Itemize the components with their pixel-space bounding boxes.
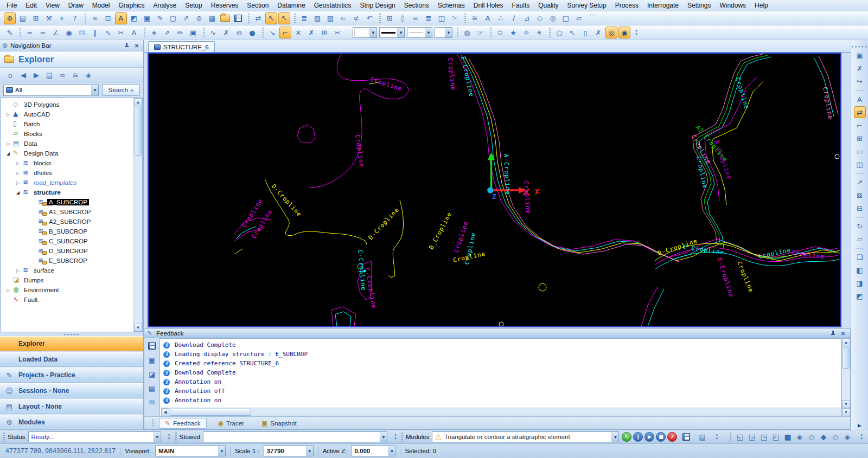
load-display-icon[interactable]: ⊡ (102, 12, 114, 24)
accordion-section[interactable]: Explorer (0, 336, 143, 351)
menu-item[interactable]: Schemas (433, 1, 469, 10)
scroll-left-icon[interactable]: ◀ (161, 408, 169, 416)
menu-item[interactable]: Graphics (114, 1, 149, 10)
tree-scrollbar[interactable]: ▲ ▼ (133, 98, 142, 332)
tree-item[interactable]: surface (1, 266, 133, 275)
feedback-tab[interactable]: ▣ Snapshot (256, 418, 303, 429)
tile-horizontal-icon[interactable]: ◧ (854, 264, 866, 276)
insert-point-icon[interactable]: ∗ (148, 27, 160, 38)
line-weight-icon[interactable]: ≣ (423, 12, 435, 24)
smooth-string-icon[interactable]: ≈ (37, 27, 49, 38)
tree-item[interactable]: × A1_SUBCROP (1, 207, 133, 217)
line-style-icon[interactable]: ≡ (410, 12, 422, 24)
feedback-message-list[interactable]: i Download Complete i Loading display st… (159, 338, 841, 416)
select-mode-icon[interactable]: ↖ (265, 12, 277, 24)
menu-item[interactable]: Geostatistics (310, 1, 356, 10)
tree-expander-icon[interactable] (16, 161, 23, 166)
feedback-tab[interactable]: ✎ Feedback (159, 418, 207, 429)
snap-line-icon[interactable]: ✕ (292, 27, 304, 38)
menu-item[interactable]: Strip Design (355, 1, 399, 10)
feedback-hscrollbar[interactable]: ◀ (161, 408, 841, 416)
menu-item[interactable]: Settings (683, 1, 715, 10)
pointer-select-icon[interactable]: ↖ (566, 27, 578, 38)
scroll-down-icon[interactable]: ▼ (134, 324, 142, 332)
copy-display-icon[interactable]: ⊞ (30, 12, 42, 24)
chevron-down-icon[interactable]: ▼ (154, 432, 161, 442)
feedback-tab[interactable]: ◉ Tracer (212, 418, 250, 429)
blank-image-icon[interactable]: ▱ (854, 233, 866, 245)
cross-point-icon[interactable]: ✗ (220, 27, 232, 38)
module-pause-icon[interactable]: ∥ (633, 432, 643, 442)
attach-data-icon[interactable]: ⊂ (337, 12, 349, 24)
view-west-icon[interactable]: ◳ (758, 431, 770, 442)
menu-item[interactable]: Draw (64, 1, 88, 10)
menu-item[interactable]: Windows (715, 1, 750, 10)
view-east-icon[interactable]: ◰ (770, 431, 782, 442)
open-image-folder-icon[interactable] (219, 12, 231, 24)
orbit-light-icon[interactable]: ◍ (461, 27, 473, 38)
view-solid-icon[interactable]: ■ (782, 431, 794, 442)
scrollbar-thumb[interactable] (135, 107, 142, 156)
toolbar-overflow-button[interactable]: ▾▾ (633, 27, 640, 38)
new-page-icon[interactable]: ▯ (579, 27, 591, 38)
toggle-vertices-icon[interactable]: ◎ (605, 27, 617, 38)
accordion-section[interactable]: ☺ Sessions - None (0, 383, 143, 398)
symbol-combo[interactable]: ▼ (435, 27, 452, 38)
detach-data-icon[interactable]: ⊄ (350, 12, 362, 24)
menu-item[interactable]: Setup (181, 1, 206, 10)
scroll-up-icon[interactable]: ▲ (842, 338, 850, 346)
datamine-overlay-icon[interactable]: ⊕ (4, 12, 16, 24)
accordion-section[interactable]: ▤ Layout - None (0, 399, 143, 414)
snap-to-image-icon[interactable]: ▣ (187, 27, 199, 38)
close-panel-icon[interactable]: ✕ (132, 42, 141, 50)
z-profile-icon[interactable]: ∿ (207, 27, 219, 38)
tree-item[interactable]: × C_SUBCROP (1, 236, 133, 246)
new-point-icon[interactable]: ✏ (174, 27, 186, 38)
copy-log-icon[interactable]: ▣ (146, 354, 157, 365)
cascade-windows-icon[interactable]: ◩ (854, 290, 866, 302)
lock-rotation-icon[interactable]: ⊘ (193, 12, 205, 24)
view-inverse-plan-icon[interactable]: ◲ (746, 431, 758, 442)
search-filter-combo[interactable]: All ▼ (3, 85, 99, 96)
toolbar-grip[interactable] (175, 433, 177, 442)
edit-display-icon[interactable]: ✎ (154, 12, 166, 24)
tree-expander-icon[interactable] (16, 190, 23, 195)
paste-special-icon[interactable]: ▨ (311, 12, 323, 24)
accordion-section[interactable]: Loaded Data (0, 352, 143, 367)
remove-point-icon[interactable]: ⊖ (233, 27, 245, 38)
scrollbar-thumb[interactable] (170, 409, 251, 416)
active-z-combo[interactable]: 0.000 ▼ (351, 446, 395, 456)
dim-spot-light-icon[interactable]: ☼ (520, 27, 532, 38)
toolbar-overflow-button[interactable]: ▾▾ (166, 431, 173, 442)
menu-item[interactable]: Edit (21, 1, 41, 10)
tree-item[interactable]: × A2_SUBCROP (1, 217, 133, 227)
stowed-combo[interactable]: ▼ (203, 431, 387, 442)
new-window-icon[interactable]: ▣ (854, 49, 866, 61)
toolbar-grip[interactable] (3, 433, 5, 442)
margin-window-icon[interactable]: ▭ (854, 145, 866, 157)
scroll-down-icon[interactable]: ▼ (842, 400, 850, 408)
toggle-nodes-icon[interactable]: ◉ (618, 27, 630, 38)
snap-clip-icon[interactable]: ✂ (331, 27, 343, 38)
pattern-grid-icon[interactable]: ⊞ (384, 12, 395, 24)
mail-log-icon[interactable]: ✉ (146, 397, 157, 408)
window-properties-icon[interactable]: ▢ (167, 12, 179, 24)
tree-item[interactable]: Batch (1, 119, 133, 129)
undo-icon[interactable]: ↶ (363, 12, 375, 24)
chevron-down-icon[interactable]: ▼ (611, 432, 618, 442)
home-icon[interactable]: ⌂ (4, 69, 16, 81)
edit-string-icon[interactable]: ≂ (24, 27, 36, 38)
view-iso-se-icon[interactable]: ◆ (818, 431, 829, 442)
view-3d-icon[interactable]: ◈ (841, 431, 853, 442)
display-window-icon[interactable]: ▤ (17, 12, 29, 24)
snap-grid-icon[interactable]: ⊞ (318, 27, 330, 38)
preview-icon[interactable]: ∞ (56, 69, 68, 81)
menu-item[interactable]: Datamine (273, 1, 309, 10)
report-button[interactable]: ▤ (696, 431, 708, 443)
tree-expander-icon[interactable] (7, 151, 13, 156)
feedback-vscrollbar[interactable]: ▲ ▼ ▼ (841, 338, 850, 416)
lock-window-icon[interactable]: ⊠ (854, 189, 866, 201)
tree-expander-icon[interactable] (16, 268, 23, 273)
view-iso-ne-icon[interactable]: ◈ (794, 431, 806, 442)
tree-item[interactable]: Design Data (1, 149, 133, 158)
